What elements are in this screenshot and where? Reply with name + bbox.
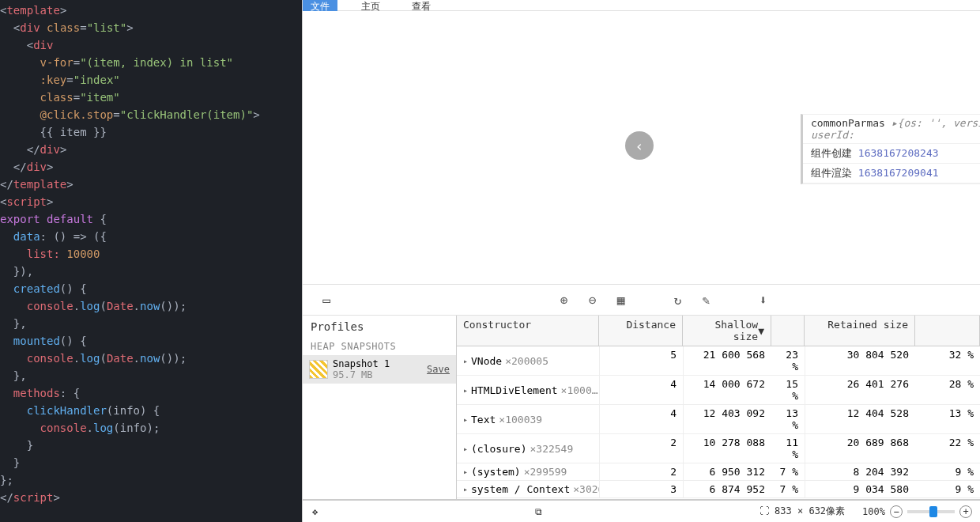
zoom-in-icon[interactable]: ⊕ — [556, 293, 572, 308]
heap-table: Constructor Distance Shallow size▼ Retai… — [457, 316, 980, 499]
table-row[interactable]: ▸HTMLDivElement ×1000…414 000 67215 %26 … — [457, 376, 980, 405]
col-distance[interactable]: Distance — [599, 316, 683, 346]
col-shallow[interactable]: Shallow size▼ — [683, 316, 771, 346]
reload-icon[interactable]: ↻ — [670, 293, 686, 308]
zoom-out-icon[interactable]: ⊖ — [585, 293, 601, 308]
table-row[interactable]: ▸Text ×100039412 403 09213 %12 404 52813… — [457, 405, 980, 434]
devtools-pane: 文件 主页 查看 — ☐ ✕ ‹ commonParmas ▸{os: '', … — [302, 0, 980, 522]
timestamp: 1638167208243 — [858, 147, 939, 159]
zoom-slider[interactable] — [907, 510, 955, 513]
expand-icon[interactable]: ▸ — [463, 415, 468, 424]
expand-icon[interactable]: ▸ — [463, 467, 468, 476]
zoom-in-button[interactable]: + — [959, 505, 972, 518]
download-icon[interactable]: ⬇ — [756, 293, 771, 308]
table-row[interactable]: ▸system / Context ×30265936 874 9527 %9 … — [457, 481, 980, 498]
dimension-icon: ⛶ — [760, 505, 769, 516]
expand-icon[interactable]: ▸ — [463, 485, 468, 494]
console-key: commonParmas — [811, 117, 885, 129]
slider-thumb[interactable] — [929, 506, 937, 517]
console-label: 组件创建 — [811, 147, 858, 159]
console-output: commonParmas ▸{os: '', version: '', user… — [801, 114, 980, 184]
zoom-out-button[interactable]: − — [890, 505, 903, 518]
status-bar: ✥ ⧉ ⛶ 833 × 632像素 100% − + — [303, 500, 980, 522]
profiles-sidebar: Profiles HEAP SNAPSHOTS Snapshot 1 95.7 … — [303, 316, 457, 499]
expand-icon[interactable]: ▸ — [463, 386, 468, 395]
col-constructor[interactable]: Constructor — [457, 316, 599, 346]
snapshot-item[interactable]: Snapshot 1 95.7 MB Save — [303, 355, 456, 384]
expand-icon[interactable]: ▸ — [463, 444, 468, 453]
move-icon[interactable]: ✥ — [303, 506, 327, 517]
grid-icon[interactable]: ▦ — [613, 293, 629, 308]
expand-icon[interactable]: ▸ — [463, 357, 468, 365]
timestamp: 1638167209041 — [858, 167, 939, 179]
code-editor: <template> <div class="list"> <div v-for… — [0, 0, 302, 522]
dimensions: 833 × 632像素 — [775, 505, 845, 516]
snapshot-size: 95.7 MB — [333, 369, 422, 380]
snapshot-thumb-icon — [309, 360, 328, 379]
device-icon[interactable]: ▭ — [318, 293, 334, 308]
crop-icon[interactable]: ⧉ — [535, 506, 542, 517]
table-row[interactable]: ▸(system) ×29959926 950 3127 %8 204 3929… — [457, 463, 980, 481]
table-row[interactable]: ▸(closure) ×322549210 278 08811 %20 689 … — [457, 434, 980, 463]
profiles-section: HEAP SNAPSHOTS — [303, 338, 456, 355]
save-link[interactable]: Save — [427, 364, 450, 375]
nav-prev-button[interactable]: ‹ — [625, 131, 654, 160]
snapshot-name: Snapshot 1 — [333, 358, 422, 369]
profiles-header: Profiles — [303, 316, 456, 338]
zoom-level: 100% — [862, 506, 885, 517]
edit-icon[interactable]: ✎ — [699, 293, 714, 308]
console-label: 组件渲染 — [811, 167, 858, 179]
preview-toolbar: ▭ ⊕ ⊖ ▦ ↻ ✎ ⬇ — [303, 284, 980, 316]
sort-desc-icon: ▼ — [758, 325, 764, 337]
col-retained[interactable]: Retained size — [805, 316, 915, 346]
app-tabs: 文件 主页 查看 — [303, 0, 980, 11]
memory-panel: Profiles HEAP SNAPSHOTS Snapshot 1 95.7 … — [303, 316, 980, 500]
preview-area: ‹ commonParmas ▸{os: '', version: '', us… — [303, 11, 980, 284]
table-header: Constructor Distance Shallow size▼ Retai… — [457, 316, 980, 346]
table-row[interactable]: ▸VNode ×200005521 600 56823 %30 804 5203… — [457, 346, 980, 376]
